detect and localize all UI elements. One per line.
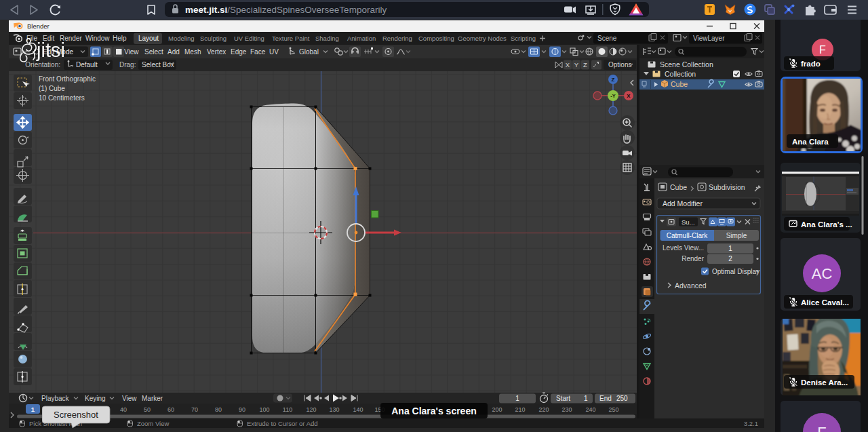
svg-text:230: 230 xyxy=(561,406,572,413)
svg-text:F: F xyxy=(819,44,826,56)
svg-text:Ana Clara: Ana Clara xyxy=(792,138,829,146)
svg-text:Y: Y xyxy=(574,61,579,68)
svg-text:Sculpting: Sculpting xyxy=(200,35,226,42)
svg-text:240: 240 xyxy=(585,406,595,413)
svg-text:Vertex: Vertex xyxy=(207,48,226,56)
svg-text:3.2.1: 3.2.1 xyxy=(744,420,758,427)
svg-text:Scene Collection: Scene Collection xyxy=(660,60,713,68)
svg-text:250: 250 xyxy=(616,395,628,402)
svg-text:Mesh: Mesh xyxy=(184,48,201,56)
svg-text:Scene: Scene xyxy=(597,35,617,42)
svg-text:Z: Z xyxy=(612,77,615,83)
svg-text:Keying: Keying xyxy=(85,395,106,402)
svg-text:100: 100 xyxy=(259,406,269,413)
svg-text:F: F xyxy=(817,424,826,432)
svg-text:250: 250 xyxy=(608,406,618,413)
svg-text:220: 220 xyxy=(538,406,549,413)
svg-text:210: 210 xyxy=(515,406,525,413)
svg-text:Advanced: Advanced xyxy=(675,281,707,290)
svg-text:Simple: Simple xyxy=(726,232,747,239)
svg-text:Geometry Nodes: Geometry Nodes xyxy=(458,35,507,42)
svg-text:Compositing: Compositing xyxy=(418,35,454,42)
svg-text:1: 1 xyxy=(728,245,732,252)
svg-text:Catmull-Clark: Catmull-Clark xyxy=(667,232,709,239)
svg-text:Marker: Marker xyxy=(142,395,163,402)
svg-text:UV Editing: UV Editing xyxy=(234,35,264,42)
svg-text:1: 1 xyxy=(515,395,519,402)
svg-text:Shading: Shading xyxy=(315,35,339,42)
svg-text:90: 90 xyxy=(239,406,245,413)
svg-text:Animation: Animation xyxy=(347,35,376,42)
svg-text:Blender: Blender xyxy=(27,22,50,30)
svg-text:(1) Cube: (1) Cube xyxy=(39,85,65,92)
svg-text:Global: Global xyxy=(299,48,319,56)
svg-text:Denise Ara...: Denise Ara... xyxy=(801,378,848,387)
svg-text:Add: Add xyxy=(167,48,180,56)
svg-text:Add Modifier: Add Modifier xyxy=(663,199,703,208)
svg-text:meet.jit.si/SpecializedSpinesO: meet.jit.si/SpecializedSpinesOverseeTemp… xyxy=(185,5,387,15)
svg-text:Su...: Su... xyxy=(682,218,695,226)
svg-text:Start: Start xyxy=(556,395,570,402)
svg-text:Screenshot: Screenshot xyxy=(54,410,98,420)
svg-text:200: 200 xyxy=(492,406,502,413)
svg-text:End: End xyxy=(599,395,612,402)
svg-text:Extrude to Cursor or Add: Extrude to Cursor or Add xyxy=(247,420,318,427)
svg-text:70: 70 xyxy=(191,406,198,413)
svg-text:Collection: Collection xyxy=(665,70,696,78)
svg-text:60: 60 xyxy=(167,406,174,413)
svg-text:Alice Caval...: Alice Caval... xyxy=(801,298,849,307)
svg-text:Texture Paint: Texture Paint xyxy=(272,35,310,42)
svg-text:Subdivision: Subdivision xyxy=(709,183,745,191)
svg-text:120: 120 xyxy=(306,406,316,413)
svg-text:Modeling: Modeling xyxy=(168,35,195,42)
svg-text:2: 2 xyxy=(728,255,732,262)
svg-text:AC: AC xyxy=(812,265,833,282)
svg-text:X: X xyxy=(566,61,570,68)
svg-text:ViewLayer: ViewLayer xyxy=(693,35,725,42)
svg-text:1: 1 xyxy=(31,406,35,413)
svg-text:Options: Options xyxy=(608,61,631,68)
svg-text:-Y: -Y xyxy=(610,93,616,99)
svg-text:jitsi: jitsi xyxy=(36,39,65,61)
svg-text:140: 140 xyxy=(353,406,363,413)
svg-text:Optimal Display: Optimal Display xyxy=(712,268,760,275)
svg-text:130: 130 xyxy=(329,406,339,413)
svg-text:frado: frado xyxy=(801,60,821,68)
svg-text:110: 110 xyxy=(283,406,292,413)
svg-text:Levels View...: Levels View... xyxy=(663,244,704,252)
svg-text:Face: Face xyxy=(250,48,266,56)
svg-text:Ana Clara's ...: Ana Clara's ... xyxy=(801,220,852,229)
svg-text:Select Box: Select Box xyxy=(142,61,174,68)
svg-text:X: X xyxy=(627,93,631,99)
svg-text:Layout: Layout xyxy=(138,35,159,42)
svg-text:Ana Clara's screen: Ana Clara's screen xyxy=(391,406,477,416)
svg-text:Zoom View: Zoom View xyxy=(137,420,169,427)
svg-text:1: 1 xyxy=(584,395,588,402)
svg-text:View: View xyxy=(122,395,137,402)
svg-text:10 Centimeters: 10 Centimeters xyxy=(39,94,85,102)
svg-text:Z: Z xyxy=(583,61,587,68)
svg-text:Cube: Cube xyxy=(671,80,688,88)
svg-text:Render: Render xyxy=(682,255,704,262)
svg-text:Playback: Playback xyxy=(41,395,70,402)
svg-text:UV: UV xyxy=(269,48,279,56)
svg-text:Select: Select xyxy=(144,48,163,56)
svg-text:50: 50 xyxy=(144,406,151,413)
svg-text:Edge: Edge xyxy=(231,48,247,56)
svg-text:Cube: Cube xyxy=(670,183,687,191)
svg-text:Scripting: Scripting xyxy=(511,35,536,42)
svg-text:Rendering: Rendering xyxy=(382,35,412,42)
svg-text:80: 80 xyxy=(215,406,222,413)
